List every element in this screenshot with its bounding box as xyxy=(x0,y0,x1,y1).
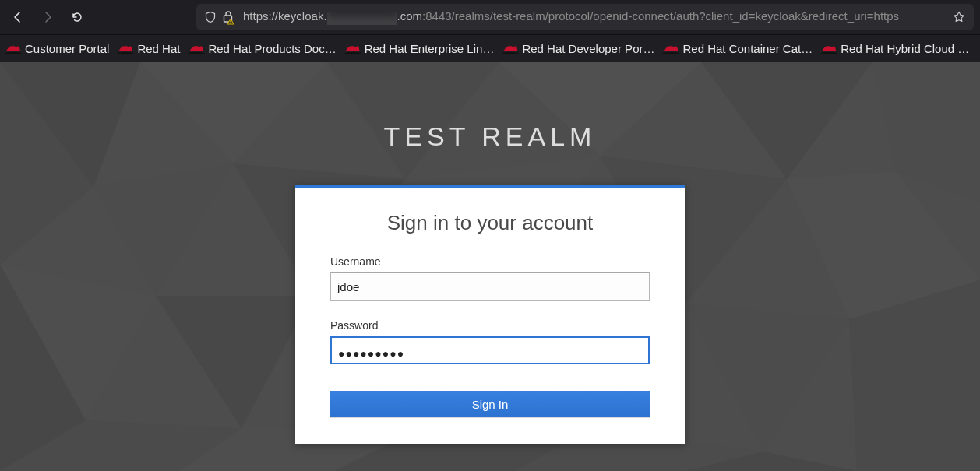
fedora-icon xyxy=(503,44,517,53)
bookmark-developer-portal[interactable]: Red Hat Developer Por… xyxy=(503,42,654,55)
bookmark-label: Red Hat Enterprise Lin… xyxy=(365,42,495,55)
username-label: Username xyxy=(330,255,650,268)
bookmark-hybrid-cloud[interactable]: Red Hat Hybrid Cloud … xyxy=(822,42,969,55)
bookmark-label: Red Hat Products Doc… xyxy=(208,42,336,55)
back-button[interactable] xyxy=(6,5,30,29)
password-input[interactable]: ●●●●●●●●● xyxy=(330,336,650,364)
url-path: :8443/realms/test-realm/protocol/openid-… xyxy=(422,9,899,23)
username-input[interactable] xyxy=(330,272,650,301)
fedora-icon xyxy=(6,44,20,53)
url-prefix: https://keycloak. xyxy=(243,9,327,23)
browser-toolbar: https://keycloak..com:8443/realms/test-r… xyxy=(0,0,980,34)
reload-button[interactable] xyxy=(65,5,89,29)
bookmark-label: Red Hat Container Cat… xyxy=(682,42,813,55)
bookmark-red-hat[interactable]: Red Hat xyxy=(118,42,180,55)
bookmark-label: Red Hat Hybrid Cloud … xyxy=(841,42,969,55)
fedora-icon xyxy=(189,44,203,53)
bookmark-customer-portal[interactable]: Customer Portal xyxy=(6,42,109,55)
url-text: https://keycloak..com:8443/realms/test-r… xyxy=(243,9,946,25)
username-group: Username xyxy=(330,255,650,301)
forward-button[interactable] xyxy=(36,5,59,29)
url-domain-end: .com xyxy=(397,9,423,23)
lock-warning-icon xyxy=(221,9,237,25)
password-group: Password ●●●●●●●●● xyxy=(330,319,650,364)
redacted-host xyxy=(327,12,397,25)
realm-title: TEST REALM xyxy=(0,62,980,152)
fedora-icon xyxy=(346,44,360,53)
bookmark-label: Customer Portal xyxy=(25,42,109,55)
page-body: TEST REALM Sign in to your account Usern… xyxy=(0,62,980,471)
card-title: Sign in to your account xyxy=(330,211,650,235)
bookmarks-bar: Customer Portal Red Hat Red Hat Products… xyxy=(0,34,980,62)
shield-icon xyxy=(204,11,217,23)
bookmark-container-catalog[interactable]: Red Hat Container Cat… xyxy=(664,42,813,55)
sign-in-button[interactable]: Sign In xyxy=(330,391,650,417)
login-card: Sign in to your account Username Passwor… xyxy=(295,185,685,444)
fedora-icon xyxy=(118,44,132,53)
bookmark-label: Red Hat xyxy=(137,42,180,55)
bookmark-enterprise-linux[interactable]: Red Hat Enterprise Lin… xyxy=(346,42,495,55)
fedora-icon xyxy=(664,44,678,53)
bookmark-label: Red Hat Developer Por… xyxy=(522,42,654,55)
bookmark-products-doc[interactable]: Red Hat Products Doc… xyxy=(189,42,336,55)
password-label: Password xyxy=(330,319,650,332)
address-bar[interactable]: https://keycloak..com:8443/realms/test-r… xyxy=(196,4,974,30)
fedora-icon xyxy=(822,44,836,53)
bookmark-star-icon[interactable] xyxy=(952,10,966,24)
